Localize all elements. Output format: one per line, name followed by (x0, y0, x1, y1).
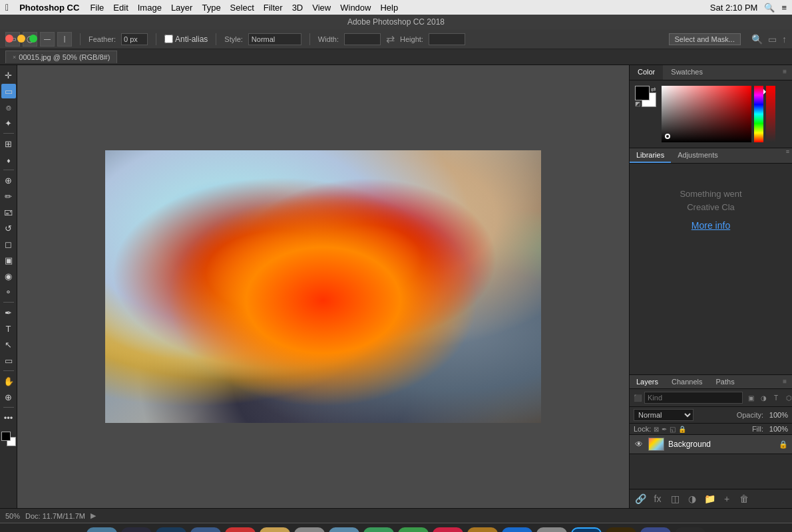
document-tab[interactable]: × 00015.jpg @ 50% (RGB/8#) (5, 51, 117, 63)
brush-tool[interactable]: ✏ (1, 189, 16, 203)
history-brush-tool[interactable]: ↺ (1, 221, 16, 235)
menu-select[interactable]: Select (230, 3, 254, 13)
dock-item-music[interactable]: 🎵 (433, 527, 463, 533)
libraries-panel-menu[interactable]: ≡ (783, 148, 792, 163)
opacity-input[interactable] (765, 411, 788, 419)
dock-item-trash[interactable]: 🗑️ (675, 527, 705, 533)
dock-item-photos[interactable]: 🌸 (329, 527, 359, 533)
libraries-tab[interactable]: Libraries (630, 148, 671, 163)
swap-dimensions-btn[interactable]: ⇄ (386, 33, 395, 45)
search-btn[interactable]: 🔍 (751, 34, 763, 45)
fullscreen-window-btn[interactable] (29, 35, 37, 43)
move-tool[interactable]: ✛ (1, 68, 16, 82)
fill-input[interactable] (765, 425, 788, 433)
lock-all-icon[interactable]: 🔒 (678, 426, 686, 433)
dock-item-folder[interactable]: 📂 (640, 527, 671, 533)
crop-tool[interactable]: ⊞ (1, 136, 16, 151)
dock-item-messages[interactable]: 💬 (363, 527, 394, 533)
swatches-tab[interactable]: Swatches (663, 65, 711, 80)
menu-3d[interactable]: 3D (292, 3, 303, 13)
link-layers-btn[interactable]: 🔗 (634, 492, 647, 505)
apple-menu[interactable]:  (5, 2, 9, 13)
tab-close-btn[interactable]: × (13, 54, 16, 61)
background-layer-item[interactable]: 👁 Background 🔒 (630, 435, 792, 454)
new-layer-btn[interactable]: + (720, 492, 733, 505)
select-mask-btn[interactable]: Select and Mask... (669, 33, 741, 45)
dock-item-appstore[interactable]: 🅰 (502, 527, 532, 533)
spotlight-icon[interactable]: 🔍 (764, 3, 775, 13)
control-strip-icon[interactable]: ≡ (781, 3, 787, 13)
paths-tab[interactable]: Paths (709, 375, 741, 388)
share-btn[interactable]: ↑ (782, 34, 787, 45)
dock-item-finder2[interactable]: 📁 (294, 527, 325, 533)
dock-item-notes[interactable]: 📝 (260, 527, 290, 533)
menu-view[interactable]: View (312, 3, 331, 13)
menu-edit[interactable]: Edit (113, 3, 128, 13)
foreground-color-swatch[interactable] (1, 432, 11, 441)
layer-filter-input[interactable] (644, 392, 743, 404)
layers-tab[interactable]: Layers (630, 375, 665, 388)
healing-tool[interactable]: ⊕ (1, 173, 16, 188)
marquee-col-btn[interactable]: | (57, 32, 72, 47)
filter-shape-icon[interactable]: ⬡ (783, 392, 792, 403)
adjustments-tab[interactable]: Adjustments (671, 148, 725, 163)
text-tool[interactable]: T (1, 321, 16, 336)
shape-tool[interactable]: ▭ (1, 353, 16, 368)
menu-type[interactable]: Type (202, 3, 220, 13)
dock-item-calendar[interactable]: 31 (225, 527, 256, 533)
dodge-tool[interactable]: ⚬ (1, 285, 16, 299)
menu-file[interactable]: File (90, 3, 104, 13)
blend-mode-select[interactable]: Normal (634, 409, 693, 421)
app-name[interactable]: Photoshop CC (19, 3, 79, 13)
color-panel-menu[interactable]: ≡ (777, 65, 792, 80)
anti-alias-checkbox[interactable] (164, 35, 173, 43)
zoom-tool[interactable]: ⊕ (1, 390, 16, 404)
swap-colors-btn[interactable]: ⇄ (651, 86, 656, 92)
close-window-btn[interactable] (5, 35, 13, 43)
layers-panel-menu[interactable]: ≡ (777, 375, 792, 388)
hue-slider[interactable] (754, 86, 763, 142)
menu-window[interactable]: Window (340, 3, 371, 13)
marquee-row-btn[interactable]: — (40, 32, 55, 47)
gradient-tool[interactable]: ▣ (1, 253, 16, 267)
clone-tool[interactable]: 🖃 (1, 205, 16, 219)
dock-item-safari[interactable]: 🧭 (156, 527, 186, 533)
eraser-tool[interactable]: ◻ (1, 237, 16, 251)
alpha-slider[interactable] (766, 86, 775, 142)
delete-layer-btn[interactable]: 🗑 (737, 492, 751, 505)
menu-help[interactable]: Help (380, 3, 398, 13)
lasso-tool[interactable]: ⌾ (1, 100, 16, 114)
marquee-tool[interactable]: ▭ (1, 84, 16, 98)
reset-colors-btn[interactable]: ◩ (635, 100, 641, 107)
color-gradient-field[interactable] (662, 86, 751, 142)
hand-tool[interactable]: ✋ (1, 374, 16, 388)
menu-image[interactable]: Image (138, 3, 162, 13)
dock-item-photoshop[interactable]: Ps (571, 527, 602, 533)
lock-pixels-icon[interactable]: ⊠ (654, 426, 659, 433)
more-tools-btn[interactable]: ••• (1, 410, 16, 425)
path-selection-tool[interactable]: ↖ (1, 337, 16, 352)
lock-artboard-icon[interactable]: ◱ (670, 426, 676, 433)
blur-tool[interactable]: ◉ (1, 269, 16, 283)
dock-item-launchpad[interactable]: 🚀 (121, 527, 152, 533)
dock-item-finder[interactable]: 🔵 (87, 527, 117, 533)
filter-pixel-icon[interactable]: ▣ (745, 392, 756, 403)
dock-item-facetime[interactable]: 📹 (398, 527, 429, 533)
more-info-link[interactable]: More info (640, 219, 781, 233)
minimize-window-btn[interactable] (17, 35, 25, 43)
anti-alias-label[interactable]: Anti-alias (164, 35, 208, 44)
lock-position-icon[interactable]: ✒ (662, 426, 667, 433)
status-expand-btn[interactable]: ▶ (91, 511, 96, 520)
canvas-image[interactable] (105, 150, 541, 423)
feather-input[interactable] (121, 33, 148, 45)
filter-adj-icon[interactable]: ◑ (758, 392, 769, 403)
dock-item-adobeai[interactable]: Ai (606, 527, 636, 533)
eyedropper-tool[interactable]: ⬧ (1, 152, 16, 167)
layer-visibility-btn[interactable]: 👁 (634, 439, 644, 450)
menu-layer[interactable]: Layer (171, 3, 193, 13)
menu-filter[interactable]: Filter (264, 3, 283, 13)
adjustment-layer-btn[interactable]: ◑ (686, 492, 699, 505)
fg-color-square[interactable] (635, 86, 650, 100)
height-input[interactable] (429, 33, 465, 45)
layout-btn[interactable]: ▭ (768, 34, 777, 45)
